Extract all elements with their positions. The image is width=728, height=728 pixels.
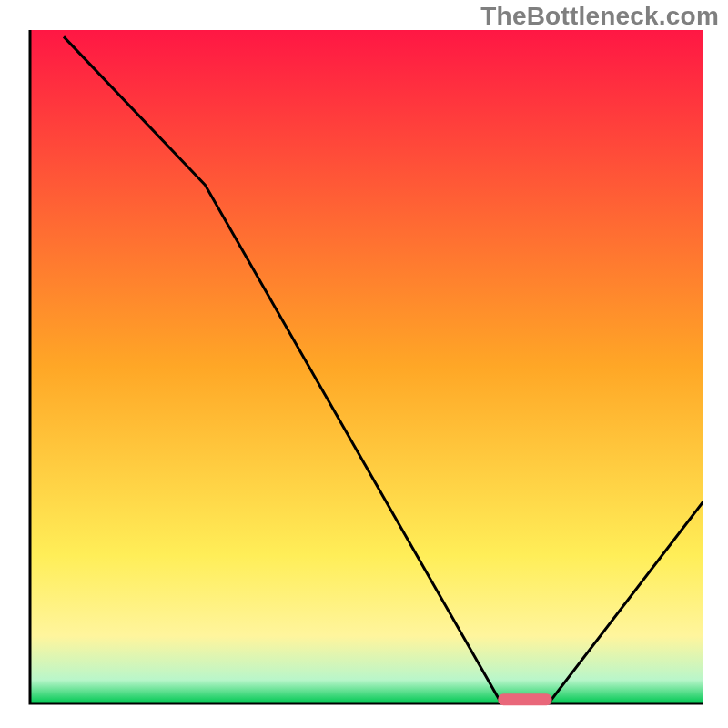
bottleneck-chart: [0, 0, 728, 728]
chart-stage: TheBottleneck.com: [0, 0, 728, 728]
watermark-text: TheBottleneck.com: [480, 2, 719, 31]
plot-background: [30, 30, 703, 703]
optimal-marker: [498, 693, 551, 705]
